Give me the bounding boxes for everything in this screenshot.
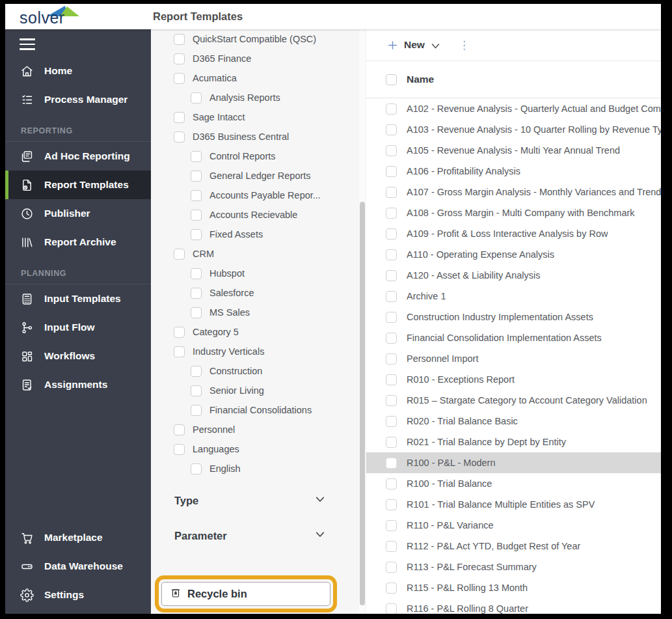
checkbox[interactable] <box>386 312 397 323</box>
checkbox[interactable] <box>386 541 397 552</box>
filter-item-d365-business-central[interactable]: D365 Business Central <box>151 127 366 146</box>
checkbox[interactable] <box>386 333 397 344</box>
checkbox[interactable] <box>386 562 397 573</box>
checkbox[interactable] <box>174 73 185 84</box>
sidebar-item-input-flow[interactable]: Input Flow <box>5 313 151 342</box>
report-row-r020-trial-balance-basic[interactable]: R020 - Trial Balance Basic <box>366 411 661 432</box>
report-row-financial-consolidation-implementation-assets[interactable]: Financial Consolidation Implementation A… <box>366 327 661 348</box>
checkbox[interactable] <box>191 210 202 221</box>
filter-section-type[interactable]: Type <box>151 488 366 514</box>
filter-item-english[interactable]: English <box>151 459 366 478</box>
checkbox[interactable] <box>386 374 397 385</box>
checkbox[interactable] <box>174 327 185 338</box>
checkbox[interactable] <box>191 288 202 299</box>
sidebar-item-assignments[interactable]: Assignments <box>5 370 151 399</box>
checkbox[interactable] <box>191 405 202 416</box>
checkbox[interactable] <box>191 190 202 201</box>
report-row-r100-trial-balance[interactable]: R100 - Trial Balance <box>366 473 661 494</box>
checkbox[interactable] <box>386 208 397 219</box>
report-row-r112-p-l-act-ytd-budget-rest-of-year[interactable]: R112 - P&L Act YTD, Budget Rest of Year <box>366 536 661 557</box>
filter-item-construction[interactable]: Construction <box>151 361 366 381</box>
filter-item-hubspot[interactable]: Hubspot <box>151 264 366 283</box>
checkbox[interactable] <box>174 34 185 45</box>
checkbox[interactable] <box>174 346 185 357</box>
name-column-header[interactable]: Name <box>407 74 434 85</box>
checkbox[interactable] <box>191 463 202 475</box>
report-row-a107-gross-margin-analysis-monthly-variances-and-trend[interactable]: A107 - Gross Margin Analysis - Monthly V… <box>366 182 661 202</box>
filter-item-crm[interactable]: CRM <box>151 244 366 264</box>
filter-item-financial-consolidations[interactable]: Financial Consolidations <box>151 400 366 420</box>
checkbox[interactable] <box>386 228 397 240</box>
filter-item-accounts-recievable[interactable]: Accounts Recievable <box>151 205 366 225</box>
report-row-a120-asset-liability-analysis[interactable]: A120 - Asset & Liability Analysis <box>366 265 661 286</box>
report-row-r116-p-l-rolling-8-quarter[interactable]: R116 - P&L Rolling 8 Quarter <box>366 598 661 614</box>
checkbox[interactable] <box>386 395 397 406</box>
report-row-r115-p-l-rolling-13-month[interactable]: R115 - P&L Rolling 13 Month <box>366 577 661 598</box>
filter-item-accounts-payable-repor[interactable]: Accounts Payable Repor... <box>151 186 366 205</box>
report-row-a103-revenue-analysis-10-quarter-rolling-by-revenue-type[interactable]: A103 - Revenue Analysis - 10 Quarter Rol… <box>366 119 661 140</box>
filter-item-d365-finance[interactable]: D365 Finance <box>151 49 366 68</box>
checkbox[interactable] <box>386 437 397 448</box>
checkbox[interactable] <box>174 444 185 455</box>
select-all-checkbox[interactable] <box>386 74 397 85</box>
checkbox[interactable] <box>386 270 397 281</box>
hamburger-menu-icon[interactable] <box>5 29 151 57</box>
checkbox[interactable] <box>174 131 185 143</box>
report-row-r113-p-l-forecast-summary[interactable]: R113 - P&L Forecast Summary <box>366 557 661 577</box>
checkbox[interactable] <box>174 424 185 435</box>
recycle-bin-button[interactable]: Recycle bin <box>161 582 330 606</box>
report-row-a110-operating-expense-analysis[interactable]: A110 - Operating Expense Analysis <box>366 244 661 265</box>
sidebar-item-report-templates[interactable]: Report Templates <box>5 171 151 199</box>
filter-item-general-ledger-reports[interactable]: General Ledger Reports <box>151 166 366 186</box>
report-row-a108-gross-margin-multi-company-with-benchmark[interactable]: A108 - Gross Margin - Multi Company with… <box>366 202 661 223</box>
report-row-r021-trial-balance-by-dept-by-entity[interactable]: R021 - Trial Balance by Dept by Entity <box>366 432 661 452</box>
report-row-r100-p-l-modern[interactable]: R100 - P&L - Modern <box>366 452 661 473</box>
filter-item-sage-intacct[interactable]: Sage Intacct <box>151 107 366 127</box>
filter-item-senior-living[interactable]: Senior Living <box>151 381 366 400</box>
report-row-r015-stargate-category-to-account-category-validation[interactable]: R015 – Stargate Category to Account Cate… <box>366 390 661 411</box>
sidebar-item-report-archive[interactable]: Report Archive <box>5 228 151 256</box>
report-row-r101-trial-balance-multiple-entities-as-spv[interactable]: R101 - Trial Balance Multiple Entities a… <box>366 494 661 515</box>
sidebar-item-home[interactable]: Home <box>5 57 151 85</box>
report-row-r110-p-l-variance[interactable]: R110 - P&L Variance <box>366 515 661 536</box>
sidebar-item-process-manager[interactable]: Process Manager <box>5 85 151 114</box>
filter-item-control-reports[interactable]: Control Reports <box>151 146 366 166</box>
checkbox[interactable] <box>386 103 397 115</box>
filter-item-acumatica[interactable]: Acumatica <box>151 68 366 88</box>
checkbox[interactable] <box>174 249 185 260</box>
checkbox[interactable] <box>191 307 202 318</box>
filter-item-fixed-assets[interactable]: Fixed Assets <box>151 225 366 244</box>
report-row-a109-profit-loss-interactive-analysis-by-row[interactable]: A109 - Profit & Loss Interactive Analysi… <box>366 223 661 244</box>
checkbox[interactable] <box>386 458 397 469</box>
report-row-a102-revenue-analysis-quarterly-actual-and-budget-compa[interactable]: A102 - Revenue Analysis - Quarterly Actu… <box>366 98 661 119</box>
checkbox[interactable] <box>386 145 397 156</box>
checkbox[interactable] <box>386 416 397 427</box>
checkbox[interactable] <box>386 583 397 594</box>
checkbox[interactable] <box>191 268 202 279</box>
report-row-a106-profitability-analysis[interactable]: A106 - Profitability Analysis <box>366 161 661 182</box>
report-row-construction-industry-implementation-assets[interactable]: Construction Industry Implementation Ass… <box>366 307 661 327</box>
checkbox[interactable] <box>386 520 397 531</box>
filter-scrollbar-thumb[interactable] <box>360 202 365 605</box>
checkbox[interactable] <box>191 92 202 103</box>
report-row-r010-exceptions-report[interactable]: R010 - Exceptions Report <box>366 369 661 390</box>
checkbox[interactable] <box>191 366 202 377</box>
checkbox[interactable] <box>386 291 397 302</box>
sidebar-item-marketplace[interactable]: Marketplace <box>5 523 151 552</box>
filter-item-industry-verticals[interactable]: Industry Verticals <box>151 342 366 361</box>
report-row-a105-revenue-analysis-multi-year-annual-trend[interactable]: A105 - Revenue Analysis - Multi Year Ann… <box>366 140 661 161</box>
checkbox[interactable] <box>386 124 397 135</box>
sidebar-item-input-templates[interactable]: Input Templates <box>5 284 151 313</box>
filter-item-quickstart-compatible-qsc[interactable]: QuickStart Compatible (QSC) <box>151 29 366 49</box>
checkbox[interactable] <box>386 187 397 198</box>
sidebar-item-ad-hoc-reporting[interactable]: Ad Hoc Reporting <box>5 142 151 171</box>
checkbox[interactable] <box>386 499 397 510</box>
report-row-personnel-import[interactable]: Personnel Import <box>366 348 661 369</box>
checkbox[interactable] <box>191 151 202 162</box>
checkbox[interactable] <box>386 478 397 489</box>
filter-section-parameter[interactable]: Parameter <box>151 523 366 549</box>
solver-logo[interactable]: solver <box>18 4 151 29</box>
filter-item-category-5[interactable]: Category 5 <box>151 322 366 342</box>
filter-item-analysis-reports[interactable]: Analysis Reports <box>151 88 366 107</box>
filter-item-ms-sales[interactable]: MS Sales <box>151 303 366 322</box>
